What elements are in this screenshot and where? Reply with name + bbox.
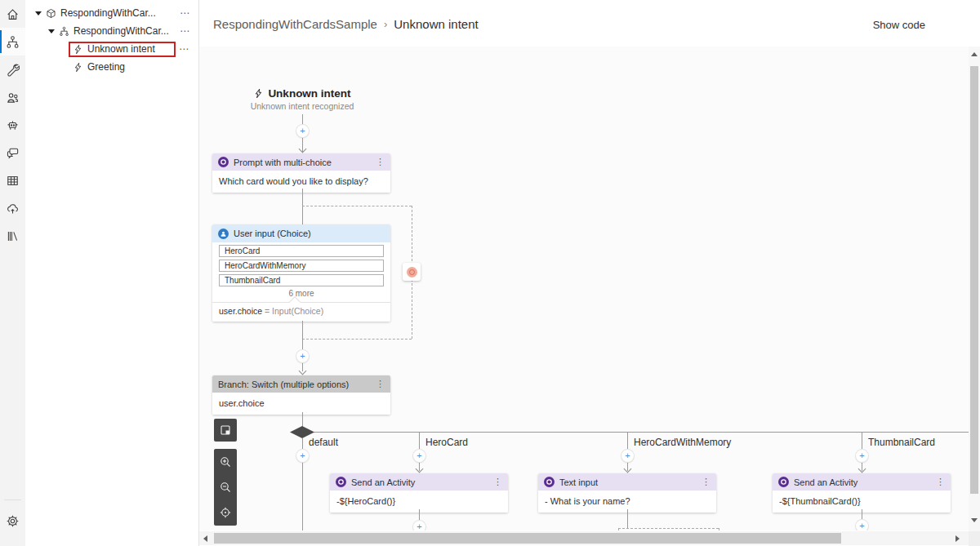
zoom-out-icon[interactable]	[219, 481, 232, 494]
tree-item-unknown-intent[interactable]: Unknown intent ⋯	[25, 40, 198, 58]
tree-item-overflow-icon[interactable]: ⋯	[176, 7, 198, 19]
tree-item-label: Greeting	[87, 61, 198, 73]
vertical-scroll-thumb[interactable]	[970, 66, 978, 494]
add-step-button[interactable]: +	[413, 450, 425, 462]
edge-arrow-icon	[299, 367, 307, 375]
loop-edge	[302, 339, 412, 340]
page-header: RespondingWithCardsSample › Unknown inte…	[199, 0, 980, 47]
trigger-subtitle: Unknown intent recognized	[212, 101, 392, 111]
scroll-up-icon[interactable]	[971, 52, 978, 56]
add-step-button[interactable]: +	[621, 450, 634, 462]
edge-arrow-icon	[416, 465, 424, 473]
trigger-header[interactable]: Unknown intent Unknown intent recognized	[212, 87, 392, 111]
node-title: User input (Choice)	[234, 229, 385, 238]
user-input-icon	[218, 229, 229, 239]
tree-item-overflow-icon[interactable]: ⋯	[176, 25, 198, 37]
branch-label-herocard: HeroCard	[425, 437, 468, 448]
node-menu-icon[interactable]: ⋮	[936, 477, 945, 487]
rail-active-indicator	[0, 30, 2, 53]
loop-marker-button[interactable]	[403, 263, 421, 281]
node-text-input[interactable]: Text input ⋮ - What is your name?	[538, 473, 716, 513]
edge-line	[627, 509, 628, 529]
add-step-button[interactable]: +	[296, 450, 309, 462]
bot-composer-app: RespondingWithCar... ⋯ RespondingWithCar…	[0, 0, 980, 546]
branch-label-herocardwithmemory: HeroCardWithMemory	[634, 437, 731, 448]
node-send-activity-herocard[interactable]: Send an Activity ⋮ -${HeroCard()}	[330, 473, 508, 513]
activity-icon	[218, 157, 229, 167]
loop-edge	[719, 528, 719, 530]
wrench-icon[interactable]	[0, 55, 25, 83]
result-variable: user.choice	[219, 306, 262, 316]
choice-option: ThumbnailCard	[219, 274, 384, 286]
show-code-button[interactable]: Show code	[873, 19, 925, 31]
node-title: Prompt with multi-choice	[234, 158, 371, 167]
add-step-button[interactable]: +	[296, 125, 309, 137]
design-flow-icon[interactable]	[0, 28, 25, 55]
tree-item-label: RespondingWithCar...	[60, 7, 176, 19]
settings-gear-icon[interactable]	[0, 507, 25, 535]
trigger-bolt-icon	[73, 44, 83, 55]
breadcrumb: RespondingWithCardsSample › Unknown inte…	[213, 17, 479, 31]
minimap-button[interactable]	[214, 419, 237, 442]
node-menu-icon[interactable]: ⋮	[493, 477, 502, 487]
table-icon[interactable]	[0, 166, 25, 194]
node-title: Send an Activity	[351, 477, 488, 487]
dialog-flow-icon	[59, 26, 69, 37]
home-icon[interactable]	[0, 0, 25, 28]
node-prompt-multi-choice[interactable]: Prompt with multi-choice ⋮ Which card wo…	[212, 153, 390, 193]
tree-item-greeting[interactable]: Greeting	[25, 58, 198, 76]
trigger-bolt-icon	[73, 62, 83, 73]
tree-item-project[interactable]: RespondingWithCar... ⋯	[25, 4, 198, 22]
add-step-button[interactable]: +	[413, 521, 425, 530]
user-group-icon[interactable]	[0, 83, 25, 111]
node-menu-icon[interactable]: ⋮	[702, 477, 710, 487]
collapse-caret-icon[interactable]	[35, 11, 42, 16]
branch-rail-line	[309, 432, 969, 433]
rail-bottom	[0, 499, 25, 535]
robot-icon[interactable]	[0, 111, 25, 139]
horizontal-scroll-thumb[interactable]	[214, 533, 841, 544]
tree-item-overflow-icon[interactable]: ⋯	[176, 43, 198, 55]
zoom-in-icon[interactable]	[219, 455, 232, 468]
breadcrumb-parent[interactable]: RespondingWithCardsSample	[213, 17, 377, 31]
collapse-caret-icon[interactable]	[48, 29, 55, 33]
tree-item-label: RespondingWithCar...	[74, 25, 176, 37]
chat-bubbles-icon[interactable]	[0, 139, 25, 166]
node-menu-icon[interactable]: ⋮	[376, 157, 385, 167]
minimap-icon	[219, 424, 232, 437]
add-step-button[interactable]: +	[856, 450, 868, 462]
choice-option: HeroCard	[219, 245, 384, 257]
project-cube-icon	[46, 8, 56, 19]
node-result-footer: user.choice = Input(Choice)	[212, 302, 390, 321]
tree-item-dialog[interactable]: RespondingWithCar... ⋯	[25, 22, 198, 40]
edge-arrow-icon	[624, 465, 632, 473]
node-send-activity-thumbnailcard[interactable]: Send an Activity ⋮ -${ThumbnailCard()}	[773, 473, 951, 513]
focus-target-icon[interactable]	[219, 506, 232, 519]
flow-canvas[interactable]: Unknown intent Unknown intent recognized…	[199, 47, 969, 530]
more-choices-label: 6 more	[212, 289, 390, 298]
scroll-left-icon[interactable]	[203, 535, 207, 542]
add-step-button[interactable]: +	[296, 350, 309, 362]
node-body: Which card would you like to display?	[212, 171, 390, 193]
tree-item-label: Unknown intent	[87, 43, 155, 55]
vertical-scrollbar[interactable]	[969, 47, 980, 531]
node-user-input-choice[interactable]: User input (Choice) HeroCard HeroCardWit…	[212, 224, 390, 322]
loop-icon	[407, 267, 417, 277]
cloud-upload-icon[interactable]	[0, 194, 25, 222]
zoom-controls	[214, 449, 237, 526]
scroll-right-icon[interactable]	[956, 535, 960, 542]
left-nav-rail	[0, 0, 25, 546]
edge-line	[302, 321, 303, 371]
loop-edge	[618, 528, 719, 529]
node-branch-switch[interactable]: Branch: Switch (multiple options) ⋮ user…	[212, 375, 390, 415]
library-icon[interactable]	[0, 222, 25, 250]
selected-item-outline: Unknown intent	[69, 42, 176, 57]
edge-arrow-icon	[858, 465, 866, 473]
node-title: Branch: Switch (multiple options)	[218, 380, 371, 389]
node-menu-icon[interactable]: ⋮	[376, 379, 385, 389]
horizontal-scrollbar[interactable]	[199, 531, 969, 545]
scroll-down-icon[interactable]	[971, 518, 978, 522]
add-step-button[interactable]: +	[856, 520, 868, 530]
activity-icon	[544, 477, 555, 487]
trigger-bolt-icon	[253, 88, 264, 99]
